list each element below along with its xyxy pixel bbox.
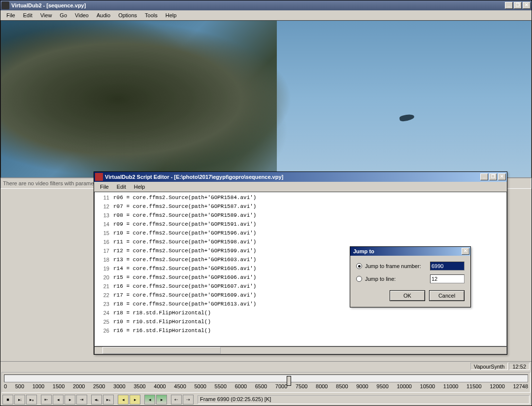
prev-drop-button[interactable]: ◂ (144, 395, 155, 405)
play-button[interactable]: ▸ₒ (26, 395, 37, 405)
video-content-coral (1, 21, 293, 177)
next-range-button[interactable]: ⇢ (183, 395, 194, 405)
main-menubar: File Edit View Go Video Audio Options To… (0, 10, 532, 20)
status-engine: VapourSynth (470, 363, 508, 370)
code-line[interactable]: 26r16 = r16.std.FlipHorizontal() (95, 326, 506, 335)
script-close-button[interactable]: ✕ (498, 173, 506, 180)
code-line[interactable]: 25r10 = r10.std.FlipHorizontal() (95, 317, 506, 326)
script-menu-help[interactable]: Help (130, 183, 149, 191)
ruler-tick-max: 12748 (513, 383, 528, 389)
prev-range-button[interactable]: ⇠ (171, 395, 182, 405)
app-icon (1, 1, 9, 9)
jump-titlebar[interactable]: Jump to ✕ (350, 247, 470, 256)
ruler-tick: 7500 (296, 383, 307, 389)
code-line[interactable]: 13r08 = core.ffms2.Source(path+'GOPR1589… (95, 211, 506, 220)
video-preview[interactable] (0, 20, 532, 178)
ruler-tick: 9000 (356, 383, 368, 389)
video-content-sand (277, 21, 531, 177)
ruler-tick: 4500 (174, 383, 186, 389)
jump-close-button[interactable]: ✕ (462, 248, 469, 255)
line-number: 21 (95, 282, 111, 291)
ruler-track[interactable] (4, 374, 528, 382)
ruler-tick: 3000 (113, 383, 125, 389)
menu-view[interactable]: View (36, 11, 56, 19)
menu-audio[interactable]: Audio (93, 11, 114, 19)
timeline-ruler[interactable]: 0500100015002000250030003500400045005000… (1, 372, 531, 393)
menu-help[interactable]: Help (162, 11, 181, 19)
next-key-button[interactable]: ▸ₖ (103, 395, 114, 405)
minimize-button[interactable]: _ (505, 2, 513, 9)
ruler-tick: 1500 (53, 383, 65, 389)
main-titlebar[interactable]: VirtualDub2 - [sequence.vpy] _ ❐ ✕ (0, 0, 532, 10)
line-number: 11 (95, 193, 111, 202)
play-begin-button[interactable]: ▸ᵢ (14, 395, 25, 405)
script-app-icon (95, 173, 103, 181)
code-line[interactable]: 16r11 = core.ffms2.Source(path+'GOPR1598… (95, 237, 506, 246)
code-text: r18 = core.ffms2.Source(path+'GOPR1613.a… (111, 300, 256, 308)
ruler-tick: 0 (4, 383, 7, 389)
line-number: 18 (95, 255, 111, 264)
radio-line[interactable] (356, 276, 362, 282)
mark-in-button[interactable]: ◂ (118, 395, 129, 405)
menu-file[interactable]: File (2, 11, 19, 19)
ruler-tick: 1000 (33, 383, 44, 389)
code-text: r09 = core.ffms2.Source(path+'GOPR1591.a… (111, 220, 256, 229)
maximize-button[interactable]: ❐ (514, 2, 522, 9)
line-number: 22 (95, 291, 111, 300)
code-text: r16 = r16.std.FlipHorizontal() (111, 326, 211, 335)
menu-go[interactable]: Go (56, 11, 71, 19)
input-line-number[interactable] (430, 274, 465, 283)
ruler-tick: 2000 (73, 383, 85, 389)
script-minimize-button[interactable]: _ (480, 173, 488, 180)
step-back-button[interactable]: ◂ (53, 395, 64, 405)
line-number: 25 (95, 317, 111, 326)
next-drop-button[interactable]: ▸ (156, 395, 167, 405)
line-number: 16 (95, 237, 111, 246)
ruler-tick: 10000 (397, 383, 412, 389)
ruler-tick: 8000 (316, 383, 328, 389)
cancel-button[interactable]: Cancel (429, 290, 465, 301)
input-frame-number[interactable] (430, 262, 465, 271)
mark-out-button[interactable]: ▸ (130, 395, 140, 405)
ruler-ticks: 0500100015002000250030003500400045005000… (4, 383, 528, 389)
line-number: 24 (95, 308, 111, 317)
menu-tools[interactable]: Tools (141, 11, 162, 19)
label-jump-frame: Jump to frame number: (365, 263, 430, 269)
line-number: 19 (95, 264, 111, 273)
stop-button[interactable]: ■ (2, 395, 13, 405)
script-maximize-button[interactable]: ❐ (489, 173, 497, 180)
jump-title: Jump to (351, 248, 462, 254)
menu-video[interactable]: Video (71, 11, 93, 19)
hscroll-thumb[interactable] (102, 347, 221, 354)
ruler-tick: 12000 (490, 383, 505, 389)
prev-key-button[interactable]: ◂ₖ (91, 395, 102, 405)
ruler-tick: 7000 (275, 383, 287, 389)
code-line[interactable]: 14r09 = core.ffms2.Source(path+'GOPR1591… (95, 220, 506, 229)
goto-start-button[interactable]: ⇤ (41, 395, 52, 405)
ruler-tick: 8500 (336, 383, 348, 389)
step-fwd-button[interactable]: ▸ (65, 395, 75, 405)
line-number: 12 (95, 202, 111, 211)
ok-button[interactable]: OK (390, 290, 425, 301)
goto-end-button[interactable]: ⇥ (76, 395, 87, 405)
code-line[interactable]: 11r06 = core.ffms2.Source(path+'GOPR1584… (95, 193, 506, 202)
code-text: r12 = core.ffms2.Source(path+'GOPR1599.a… (111, 246, 256, 255)
script-menubar: File Edit Help (94, 182, 507, 192)
close-button[interactable]: ✕ (523, 2, 531, 9)
editor-hscrollbar[interactable] (94, 346, 507, 354)
script-titlebar[interactable]: VirtualDub2 Script Editor - [E:\photo\20… (94, 172, 507, 182)
menu-options[interactable]: Options (114, 11, 141, 19)
code-text: r16 = core.ffms2.Source(path+'GOPR1607.a… (111, 282, 256, 291)
code-line[interactable]: 12r07 = core.ffms2.Source(path+'GOPR1587… (95, 202, 506, 211)
code-line[interactable]: 24r18 = r18.std.FlipHorizontal() (95, 308, 506, 317)
code-text: r07 = core.ffms2.Source(path+'GOPR1587.a… (111, 202, 256, 211)
code-line[interactable]: 15r10 = core.ffms2.Source(path+'GOPR1596… (95, 229, 506, 237)
radio-frame[interactable] (356, 263, 362, 269)
ruler-tick: 5000 (194, 383, 206, 389)
ruler-tick: 10500 (420, 383, 435, 389)
code-text: r06 = core.ffms2.Source(path+'GOPR1584.a… (111, 193, 256, 202)
jump-to-dialog: Jump to ✕ Jump to frame number: Jump to … (350, 246, 471, 307)
menu-edit[interactable]: Edit (19, 11, 36, 19)
script-menu-edit[interactable]: Edit (113, 183, 130, 191)
script-menu-file[interactable]: File (96, 183, 113, 191)
